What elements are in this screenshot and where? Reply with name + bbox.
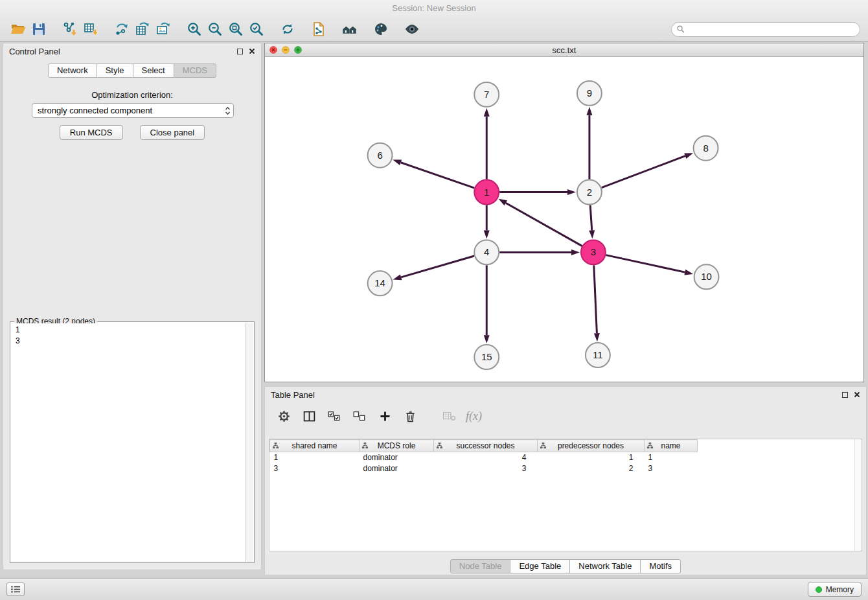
control-panel-header: Control Panel [3,43,261,59]
table-panel-tabs: Node TableEdge TableNetwork TableMotifs [265,559,866,573]
optimization-criterion-select[interactable]: strongly connected component [32,103,234,118]
deselect-all-icon[interactable] [350,407,369,425]
zoom-selected-icon[interactable] [246,19,267,39]
style-palette-icon[interactable] [371,19,391,39]
column-header-filler [698,440,862,452]
clone-network-icon[interactable] [308,19,329,39]
column-header-MCDS-role[interactable]: MCDS role [360,440,434,452]
toolbar-separator [267,29,277,30]
home-icon[interactable] [339,19,360,39]
graph-node-14[interactable]: 14 [368,271,393,295]
cell-successor-nodes: 4 [434,452,538,464]
list-icon [10,585,21,594]
network-graph: 7968124314101511 [265,57,863,382]
graph-node-7[interactable]: 7 [474,82,499,107]
graph-node-11[interactable]: 11 [586,343,610,367]
import-network-icon[interactable] [60,19,80,39]
export-network-icon[interactable] [111,19,132,39]
zoom-window-icon[interactable] [294,46,302,54]
svg-text:11: 11 [593,349,603,360]
select-all-icon[interactable] [325,407,344,425]
close-window-icon[interactable] [269,46,277,54]
graph-edge-2-8[interactable] [602,156,685,188]
graph-node-3[interactable]: 3 [581,240,606,264]
graph-edge-arrowhead [393,160,402,165]
split-columns-icon[interactable] [299,407,319,425]
column-sort-icon [272,442,279,449]
show-graphics-icon[interactable] [402,19,422,39]
svg-text:2: 2 [587,187,592,198]
minimize-window-icon[interactable] [282,46,290,54]
svg-text:14: 14 [374,277,385,288]
table-row[interactable]: 1dominator411 [270,452,862,464]
column-header-predecessor-nodes[interactable]: predecessor nodes [538,440,645,452]
float-panel-icon[interactable] [237,49,243,54]
zoom-fit-icon[interactable] [225,19,246,39]
refresh-icon[interactable] [277,19,298,39]
search-input[interactable] [688,25,855,34]
network-window-title: scc.txt [265,45,863,55]
open-file-icon[interactable] [8,19,29,39]
export-image-icon[interactable] [153,19,174,39]
graph-node-1[interactable]: 1 [474,180,499,205]
table-tab-motifs[interactable]: Motifs [640,559,681,573]
table-tab-node-table[interactable]: Node Table [450,559,511,573]
window-titlebar: Session: New Session [0,0,868,17]
network-window-titlebar[interactable]: scc.txt [265,43,863,57]
settings-gear-icon[interactable] [274,407,293,425]
cell-predecessor-nodes: 2 [538,463,645,474]
cell-filler [698,463,862,474]
graph-edge-3-11[interactable] [594,265,597,333]
tab-network[interactable]: Network [48,63,97,78]
window-title: Session: New Session [392,3,475,13]
column-header-shared-name[interactable]: shared name [270,440,360,452]
graph-edge-3-10[interactable] [606,255,685,272]
graph-node-6[interactable]: 6 [368,143,393,168]
graph-node-8[interactable]: 8 [694,136,718,161]
table-tab-edge-table[interactable]: Edge Table [510,559,570,573]
graph-node-15[interactable]: 15 [474,345,499,369]
tab-select[interactable]: Select [133,63,174,78]
export-table-icon[interactable] [132,19,153,39]
graph-edge-1-6[interactable] [401,163,475,188]
status-menu-button[interactable] [6,583,25,596]
column-header-successor-nodes[interactable]: successor nodes [434,440,538,452]
network-view-window: scc.txt 7968124314101511 [264,43,864,382]
table-tab-network-table[interactable]: Network Table [569,559,641,573]
column-label: successor nodes [434,440,537,452]
graph-edge-arrowhead [571,249,580,255]
close-panel-icon[interactable] [249,48,255,54]
tab-style[interactable]: Style [97,63,133,78]
zoom-out-icon[interactable] [205,19,225,39]
graph-node-10[interactable]: 10 [694,264,719,289]
cell-filler [698,452,862,464]
delete-row-icon[interactable] [400,407,420,425]
control-panel-tabs: NetworkStyleSelectMCDS [3,63,261,78]
close-table-panel-icon[interactable] [854,391,860,398]
network-canvas[interactable]: 7968124314101511 [265,57,863,382]
graph-node-4[interactable]: 4 [474,240,499,264]
svg-text:3: 3 [591,246,596,257]
add-row-icon[interactable] [375,407,394,425]
float-table-panel-icon[interactable] [842,392,848,398]
table-scrollbar[interactable] [854,439,862,551]
zoom-in-icon[interactable] [184,19,205,39]
memory-button[interactable]: Memory [808,582,862,597]
graph-node-2[interactable]: 2 [577,180,602,205]
search-box[interactable] [671,22,860,37]
run-mcds-button[interactable]: Run MCDS [60,125,123,140]
cell-shared-name: 3 [270,463,360,474]
tab-mcds[interactable]: MCDS [174,63,216,78]
graph-edge-4-14[interactable] [401,256,474,277]
column-header-name[interactable]: name [645,440,698,452]
graph-edge-3-1[interactable] [506,203,582,246]
graph-edge-2-3[interactable] [590,205,592,231]
close-panel-button[interactable]: Close panel [140,125,205,140]
graph-edge-arrowhead [589,230,595,238]
import-table-icon[interactable] [80,19,101,39]
result-scrollbar[interactable] [246,323,253,562]
graph-edge-arrowhead [484,335,490,343]
save-session-icon[interactable] [29,19,49,39]
table-row[interactable]: 3dominator323 [270,463,862,474]
graph-node-9[interactable]: 9 [577,81,602,106]
